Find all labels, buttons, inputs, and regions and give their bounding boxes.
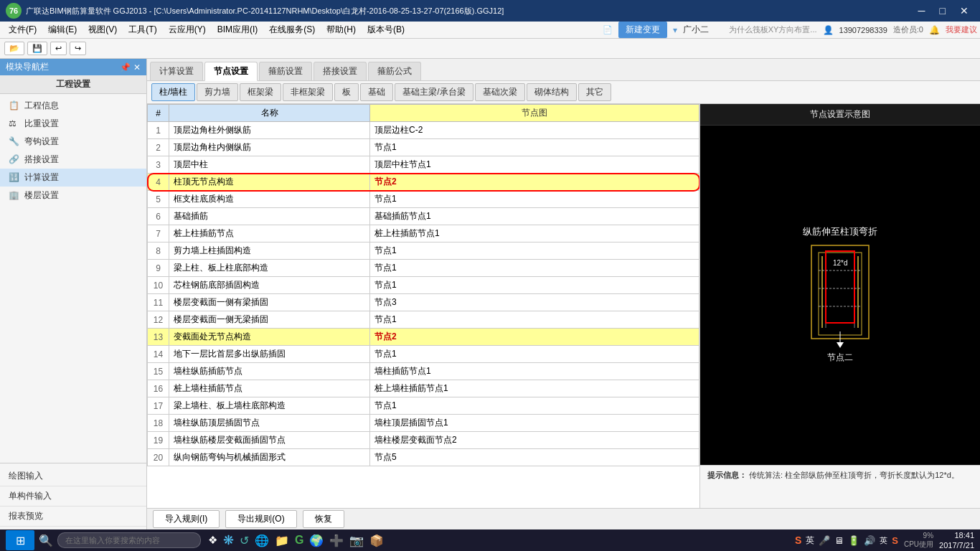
cell-name: 顶层边角柱内侧纵筋 <box>169 139 370 156</box>
taskbar-search-input[interactable] <box>57 532 201 548</box>
sidebar-item-lap[interactable]: 🔗 搭接设置 <box>0 151 146 169</box>
sub-tab-foundation-secondary-beam[interactable]: 基础次梁 <box>475 83 525 101</box>
sidebar-item-floor[interactable]: 🏢 楼层设置 <box>0 187 146 204</box>
taskbar-icon-folder[interactable]: 📁 <box>275 534 289 547</box>
sub-tab-frame-beam[interactable]: 框架梁 <box>240 83 281 101</box>
table-row[interactable]: 14地下一层比首层多出纵筋插固节点1 <box>148 346 699 363</box>
table-row[interactable]: 17梁上墙柱、板上墙柱底部构造节点1 <box>148 397 699 415</box>
new-button[interactable]: 📂 <box>4 42 24 55</box>
sub-tab-shear-wall[interactable]: 剪力墙 <box>197 83 238 101</box>
table-row[interactable]: 15墙柱纵筋插筋节点墙柱插筋节点1 <box>148 363 699 380</box>
tab-lap-settings[interactable]: 搭接设置 <box>314 62 367 80</box>
table-row[interactable]: 12楼层变截面一侧无梁插固节点1 <box>148 311 699 329</box>
menu-help[interactable]: 帮助(H) <box>321 22 362 37</box>
sub-tab-non-frame-beam[interactable]: 非框架梁 <box>283 83 333 101</box>
table-row[interactable]: 8剪力墙上柱插固构造节点1 <box>148 242 699 260</box>
import-rules-button[interactable]: 导入规则(I) <box>153 510 220 528</box>
taskview-icon[interactable]: ❖ <box>208 534 217 547</box>
sub-tab-other[interactable]: 其它 <box>578 83 611 101</box>
sidebar-pin-icon[interactable]: 📌 <box>120 62 131 72</box>
close-button[interactable]: ✕ <box>954 4 974 18</box>
minimize-button[interactable]: ─ <box>913 4 931 18</box>
cell-num: 2 <box>148 139 169 156</box>
tab-stirrup-settings[interactable]: 箍筋设置 <box>259 62 312 80</box>
taskbar-icon-g[interactable]: G <box>295 534 303 547</box>
tab-node-settings[interactable]: 节点设置 <box>204 62 258 81</box>
redo-button[interactable]: ↪ <box>70 42 86 55</box>
menu-file[interactable]: 文件(F) <box>3 22 42 37</box>
taskbar-icon-2[interactable]: ↺ <box>240 534 249 547</box>
taskbar-icon-edge[interactable]: 🌐 <box>255 534 269 547</box>
mic-icon: 🎤 <box>819 535 830 546</box>
taskbar-icon-box[interactable]: 📦 <box>369 534 384 547</box>
menu-view[interactable]: 视图(V) <box>83 22 123 37</box>
tab-calc-settings[interactable]: 计算设置 <box>150 62 203 80</box>
sidebar-footer-component[interactable]: 单构件输入 <box>0 486 146 507</box>
cell-node: 节点2 <box>370 174 699 191</box>
new-change-button[interactable]: 新建变更 <box>618 22 667 38</box>
taskbar-icon-plus[interactable]: ➕ <box>329 534 344 547</box>
menu-edit[interactable]: 编辑(E) <box>42 22 83 37</box>
restore-button[interactable]: 恢复 <box>303 510 344 528</box>
menu-online[interactable]: 在线服务(S) <box>263 22 321 37</box>
table-row[interactable]: 10芯柱钢筋底部插固构造节点1 <box>148 277 699 294</box>
table-row[interactable]: 4柱顶无节点构造节点2 <box>148 174 699 191</box>
sidebar-item-hook[interactable]: 🔧 弯钩设置 <box>0 133 146 151</box>
table-row[interactable]: 13变截面处无节点构造节点2 <box>148 329 699 346</box>
table-row[interactable]: 2顶层边角柱内侧纵筋节点1 <box>148 139 699 156</box>
cell-node: 顶层中柱节点1 <box>370 156 699 174</box>
cell-name: 基础插筋 <box>169 208 370 225</box>
menu-tools[interactable]: 工具(T) <box>123 22 162 37</box>
restore-button[interactable]: □ <box>934 4 951 18</box>
sub-tab-slab[interactable]: 板 <box>334 83 359 101</box>
cell-name: 梁上墙柱、板上墙柱底部构造 <box>169 397 370 415</box>
cell-num: 19 <box>148 432 169 449</box>
tab-stirrup-formula[interactable]: 箍筋公式 <box>368 62 421 80</box>
undo-button[interactable]: ↩ <box>50 42 67 55</box>
taskbar-icon-1[interactable]: ❋ <box>223 532 234 548</box>
table-row[interactable]: 16桩上墙柱插筋节点桩上墙柱插筋节点1 <box>148 380 699 397</box>
menu-version[interactable]: 版本号(B) <box>362 22 410 37</box>
sub-tab-foundation[interactable]: 基础 <box>360 83 393 101</box>
table-row[interactable]: 9梁上柱、板上柱底部构造节点1 <box>148 260 699 277</box>
title-bar: 76 广联达BIM钢筋算量软件 GGJ2013 - [C:\Users\Admi… <box>0 0 980 22</box>
sub-tab-bar: 柱/墙柱 剪力墙 框架梁 非框架梁 板 基础 基础主梁/承台梁 基础次梁 砌体结… <box>147 81 980 104</box>
cell-node: 节点5 <box>370 449 699 466</box>
table-row[interactable]: 20纵向钢筋弯钩与机械插固形式节点5 <box>148 449 699 466</box>
lang-icon: 英 <box>806 534 814 547</box>
taskbar-icon-globe[interactable]: 🌍 <box>309 534 324 547</box>
sidebar-item-project-info[interactable]: 📋 工程信息 <box>0 97 146 115</box>
sidebar-footer-drawing[interactable]: 绘图输入 <box>0 466 146 486</box>
table-row[interactable]: 3顶层中柱顶层中柱节点1 <box>148 156 699 174</box>
sub-tab-masonry[interactable]: 砌体结构 <box>527 83 577 101</box>
sub-tab-foundation-main-beam[interactable]: 基础主梁/承台梁 <box>395 83 473 101</box>
tip-text: 传统算法: 柱全部纵筋伸至柱顶弯折，弯折长度默认为12*d。 <box>749 471 959 479</box>
table-row[interactable]: 7桩上柱插筋节点桩上柱插筋节点1 <box>148 225 699 242</box>
sidebar-item-ratio[interactable]: ⚖ 比重设置 <box>0 115 146 133</box>
cell-num: 3 <box>148 156 169 174</box>
export-rules-button[interactable]: 导出规则(O) <box>225 510 296 528</box>
svg-text:纵筋伸至柱顶弯折: 纵筋伸至柱顶弯折 <box>803 226 877 237</box>
start-button[interactable]: ⊞ <box>6 530 34 550</box>
cell-node: 节点1 <box>370 260 699 277</box>
sidebar-item-calc[interactable]: 🔢 计算设置 <box>0 169 146 187</box>
table-row[interactable]: 19墙柱纵筋楼层变截面插固节点墙柱楼层变截面节点2 <box>148 432 699 449</box>
sidebar-label-calc: 计算设置 <box>24 171 59 184</box>
sub-tab-col-wall[interactable]: 柱/墙柱 <box>151 83 195 101</box>
sidebar-footer-report[interactable]: 报表预览 <box>0 507 146 527</box>
menu-cloud[interactable]: 云应用(Y) <box>163 22 212 37</box>
lang2-icon: 英 <box>880 535 887 546</box>
cell-name: 柱顶无节点构造 <box>169 174 370 191</box>
sidebar-close-icon[interactable]: ✕ <box>133 62 141 72</box>
table-row[interactable]: 6基础插筋基础插筋节点1 <box>148 208 699 225</box>
cell-node: 节点1 <box>370 191 699 208</box>
table-row[interactable]: 18墙柱纵筋顶层插固节点墙柱顶层插固节点1 <box>148 415 699 432</box>
save-button[interactable]: 💾 <box>27 42 47 55</box>
table-row[interactable]: 5框支柱底质构造节点1 <box>148 191 699 208</box>
cell-name: 墙柱纵筋插筋节点 <box>169 363 370 380</box>
register-label[interactable]: 我要建议 <box>946 24 977 35</box>
table-row[interactable]: 11楼层变截面一侧有梁插固节点3 <box>148 294 699 311</box>
menu-bim[interactable]: BIM应用(I) <box>212 22 264 37</box>
taskbar-icon-cam[interactable]: 📷 <box>349 534 364 547</box>
table-row[interactable]: 1顶层边角柱外侧纵筋顶层边柱C-2 <box>148 122 699 139</box>
